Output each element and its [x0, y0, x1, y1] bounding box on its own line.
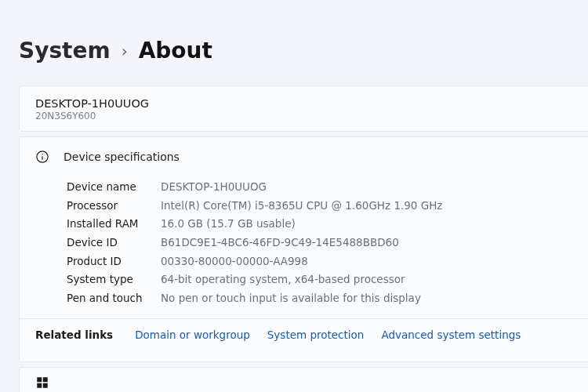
spec-value: No pen or touch input is available for t…: [161, 289, 421, 308]
spec-label: Processor: [67, 197, 161, 216]
spec-label: Product ID: [67, 252, 161, 271]
card-header[interactable]: Device specifications: [20, 137, 588, 175]
breadcrumb-parent[interactable]: System: [19, 38, 111, 64]
windows-icon: [35, 376, 49, 390]
link-advanced-system-settings[interactable]: Advanced system settings: [381, 328, 521, 341]
spec-row: Device ID B61DC9E1-4BC6-46FD-9C49-14E548…: [67, 234, 572, 252]
chevron-right-icon: ›: [122, 42, 128, 60]
spec-label: Device ID: [67, 234, 161, 252]
related-links-label: Related links: [35, 328, 113, 341]
spec-row: Pen and touch No pen or touch input is a…: [67, 289, 572, 308]
info-icon: [35, 150, 49, 164]
card-title: Device specifications: [64, 151, 180, 163]
spec-value: Intel(R) Core(TM) i5-8365U CPU @ 1.60GHz…: [161, 197, 442, 216]
spec-value: B61DC9E1-4BC6-46FD-9C49-14E5488BBD60: [161, 234, 399, 252]
spec-value: 16.0 GB (15.7 GB usable): [161, 215, 296, 234]
spec-row: System type 64-bit operating system, x64…: [67, 270, 572, 289]
device-specifications-table: Device name DESKTOP-1H0UUOG Processor In…: [20, 175, 588, 312]
page-title: About: [139, 38, 212, 64]
svg-point-2: [42, 154, 42, 154]
link-domain-or-workgroup[interactable]: Domain or workgroup: [135, 328, 250, 341]
svg-rect-5: [37, 383, 42, 388]
spec-row: Device name DESKTOP-1H0UUOG: [67, 178, 572, 197]
device-name-header: DESKTOP-1H0UUOG: [35, 97, 572, 110]
spec-label: Pen and touch: [67, 289, 161, 308]
device-model: 20N3S6Y600: [35, 111, 572, 122]
spec-value: 00330-80000-00000-AA998: [161, 252, 308, 271]
spec-label: System type: [67, 270, 161, 289]
device-header-card: DESKTOP-1H0UUOG 20N3S6Y600: [19, 85, 588, 132]
spec-row: Processor Intel(R) Core(TM) i5-8365U CPU…: [67, 197, 572, 216]
spec-row: Product ID 00330-80000-00000-AA998: [67, 252, 572, 271]
spec-row: Installed RAM 16.0 GB (15.7 GB usable): [67, 215, 572, 234]
device-specifications-card[interactable]: Device specifications Device name DESKTO…: [19, 136, 588, 362]
spec-value: DESKTOP-1H0UUOG: [161, 178, 267, 197]
svg-rect-6: [43, 383, 48, 388]
related-links-row: Related links Domain or workgroup System…: [20, 318, 588, 350]
svg-rect-3: [37, 378, 42, 383]
breadcrumb: System › About: [19, 38, 588, 64]
next-card[interactable]: [19, 367, 588, 392]
spec-value: 64-bit operating system, x64-based proce…: [161, 270, 405, 289]
spec-label: Installed RAM: [67, 215, 161, 234]
svg-rect-4: [43, 378, 48, 383]
spec-label: Device name: [67, 178, 161, 197]
link-system-protection[interactable]: System protection: [267, 328, 365, 341]
